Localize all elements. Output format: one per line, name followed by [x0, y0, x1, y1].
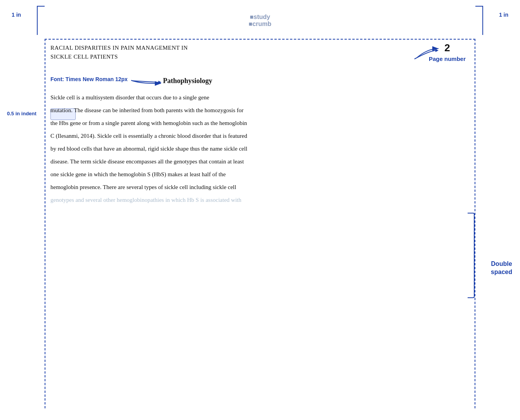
double-spaced-annotation: Double spaced [491, 260, 512, 276]
dashed-margin-top [45, 39, 475, 40]
annotation-arrows [0, 0, 520, 420]
paper-title-line2: SICKLE CELL PATIENTS [50, 52, 188, 61]
logo-line1: ■study [250, 14, 270, 21]
paragraph-line2: mutation. The disease can be inherited f… [50, 104, 470, 117]
paragraph-line8: hemoglobin presence. There are several t… [50, 181, 470, 194]
logo-line2: ■crumb [249, 21, 272, 28]
svg-marker-2 [158, 81, 161, 84]
paragraph-line4: C (Ilesanmi, 2014). Sickle cell is essen… [50, 130, 470, 142]
page-container: 1 in 1 in ■study ■crumb 2 Page number RA… [0, 0, 520, 420]
paper-title: RACIAL DISPARITIES IN PAIN MANAGEMENT IN… [50, 43, 188, 61]
paragraph-line7: one sickle gene in which the hemoglobin … [50, 168, 470, 181]
page-number-area: 2 Page number [429, 42, 466, 62]
section-heading: Pathophysiology [163, 77, 212, 85]
corner-bracket-top-right [475, 6, 483, 35]
paragraph-line5: by red blood cells that have an abnormal… [50, 142, 470, 155]
paragraph-line6: disease. The term sickle disease encompa… [50, 155, 470, 168]
double-spaced-line1: Double [491, 260, 512, 268]
paragraph-line1: Sickle cell is a multisystem disorder th… [50, 91, 470, 104]
logo: ■study ■crumb [249, 14, 272, 27]
page-number: 2 [444, 42, 450, 54]
dashed-margin-right [475, 39, 475, 408]
double-spaced-bracket [468, 213, 475, 298]
indent-annotation: 0.5 in indent [7, 111, 36, 117]
double-spaced-line2: spaced [491, 268, 512, 276]
margin-label-right: 1 in [499, 12, 508, 18]
main-text: Sickle cell is a multisystem disorder th… [50, 91, 470, 207]
paragraph-line-faded: genotypes and several other hemoglobinop… [50, 194, 470, 207]
corner-bracket-top-left [37, 6, 45, 35]
paper-title-line1: RACIAL DISPARITIES IN PAIN MANAGEMENT IN [50, 43, 188, 52]
page-number-label: Page number [429, 56, 466, 62]
dashed-margin-left [45, 39, 45, 408]
paragraph-line3: the Hbs gene or from a single parent alo… [50, 117, 470, 130]
font-annotation: Font: Times New Roman 12px [50, 76, 128, 82]
margin-label-left: 1 in [12, 12, 21, 18]
